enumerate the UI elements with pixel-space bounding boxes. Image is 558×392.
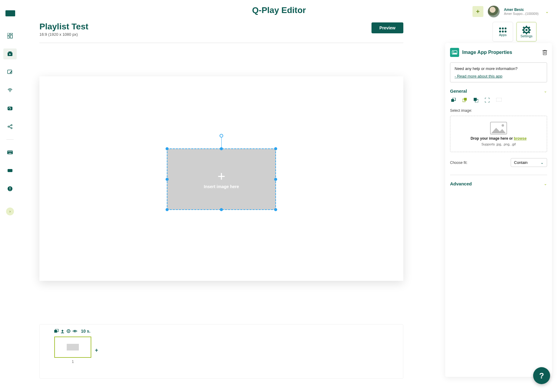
rotation-handle[interactable] bbox=[220, 134, 223, 138]
svg-point-35 bbox=[505, 28, 506, 29]
slide-thumbnail-1[interactable] bbox=[54, 337, 91, 358]
panel-divider bbox=[450, 175, 547, 175]
svg-rect-23 bbox=[8, 169, 12, 172]
svg-rect-20 bbox=[11, 151, 11, 152]
svg-line-14 bbox=[9, 125, 11, 126]
add-slide-button[interactable]: + bbox=[95, 347, 98, 354]
chevron-down-icon: ⌄ bbox=[544, 89, 547, 93]
duplicate-icon[interactable] bbox=[474, 98, 478, 102]
plus-icon: + bbox=[217, 170, 225, 183]
svg-rect-29 bbox=[61, 333, 64, 333]
image-placeholder-icon bbox=[490, 122, 507, 135]
svg-rect-18 bbox=[9, 151, 9, 152]
svg-rect-1 bbox=[10, 33, 12, 34]
timeline-duplicate-icon[interactable] bbox=[54, 329, 59, 333]
layer-back-icon[interactable] bbox=[451, 98, 456, 102]
dropzone-text: Drop your image here or browse bbox=[471, 136, 527, 141]
timeline-gear-icon[interactable] bbox=[66, 329, 71, 333]
svg-rect-64 bbox=[496, 98, 502, 101]
browse-link[interactable]: browse bbox=[514, 136, 526, 141]
resize-handle-tl[interactable] bbox=[166, 147, 169, 150]
section-advanced-title: Advanced bbox=[450, 181, 472, 186]
add-button[interactable]: + bbox=[472, 6, 483, 17]
svg-point-37 bbox=[502, 31, 504, 32]
resize-handle-bl[interactable] bbox=[166, 208, 169, 211]
app-title: Q-Play Editor bbox=[252, 5, 306, 15]
fit-label: Choose fit: bbox=[450, 161, 467, 165]
sidebar-expand[interactable]: › bbox=[6, 208, 14, 215]
svg-rect-17 bbox=[8, 151, 8, 152]
svg-rect-2 bbox=[10, 35, 12, 38]
tab-apps-label: Apps bbox=[499, 33, 506, 37]
layer-front-icon[interactable] bbox=[462, 98, 467, 102]
svg-point-32 bbox=[74, 331, 76, 332]
sidebar-media[interactable] bbox=[3, 48, 17, 59]
aspect-ratio-icon[interactable] bbox=[496, 98, 502, 102]
resize-handle-t[interactable] bbox=[220, 147, 223, 150]
slide-number: 1 bbox=[54, 360, 91, 364]
svg-rect-54 bbox=[544, 50, 546, 51]
page-subtitle: 16:9 (1920 x 1080 px) bbox=[39, 32, 88, 37]
fit-select[interactable]: Contain ⌄ bbox=[511, 158, 547, 167]
svg-rect-25 bbox=[10, 187, 10, 189]
sidebar-dashboard[interactable] bbox=[3, 30, 17, 41]
section-general[interactable]: General ⌄ bbox=[450, 88, 547, 94]
help-link[interactable]: - Read more about this app bbox=[455, 74, 503, 78]
image-dropzone[interactable]: Drop your image here or browse Supports … bbox=[450, 116, 547, 152]
properties-panel: Image App Properties Need any help or mo… bbox=[445, 43, 552, 377]
svg-rect-0 bbox=[7, 33, 9, 35]
sidebar-sync[interactable] bbox=[3, 103, 17, 114]
user-info[interactable]: Amer Besic Amer Suppo...(100009) bbox=[504, 8, 539, 15]
tab-settings[interactable]: Settings bbox=[516, 22, 537, 42]
rotation-line bbox=[221, 136, 222, 147]
svg-point-8 bbox=[9, 91, 10, 92]
svg-rect-9 bbox=[8, 107, 12, 110]
logo-block[interactable] bbox=[5, 10, 15, 16]
timeline-upload-icon[interactable] bbox=[60, 329, 65, 333]
svg-point-11 bbox=[11, 125, 12, 126]
sidebar-alert[interactable] bbox=[3, 183, 17, 194]
sidebar-share[interactable] bbox=[3, 121, 17, 132]
help-box: Need any help or more information? - Rea… bbox=[450, 62, 547, 82]
svg-rect-19 bbox=[10, 151, 10, 152]
svg-rect-21 bbox=[12, 151, 12, 152]
sidebar-wifi[interactable] bbox=[3, 85, 17, 96]
canvas[interactable]: + Insert image here bbox=[39, 76, 403, 281]
svg-rect-43 bbox=[522, 29, 524, 31]
timeline-eye-icon[interactable] bbox=[72, 329, 77, 333]
resize-handle-br[interactable] bbox=[274, 208, 277, 211]
section-advanced[interactable]: Advanced ⌄ bbox=[450, 181, 547, 186]
fullscreen-icon[interactable] bbox=[485, 98, 489, 102]
slide-mini-placeholder bbox=[67, 344, 79, 350]
delete-button[interactable] bbox=[543, 50, 547, 55]
sidebar-edit[interactable] bbox=[3, 67, 17, 78]
sidebar-keyboard[interactable] bbox=[3, 147, 17, 158]
avatar[interactable] bbox=[488, 5, 500, 18]
svg-rect-5 bbox=[8, 51, 12, 52]
dropzone-subtext: Supports .jpg, .png, .gif bbox=[481, 142, 516, 146]
help-fab[interactable]: ? bbox=[533, 367, 550, 384]
chevron-down-icon[interactable]: ⌄ bbox=[545, 9, 549, 14]
user-org: Amer Suppo...(100009) bbox=[504, 12, 539, 15]
tab-settings-label: Settings bbox=[520, 34, 533, 38]
section-general-title: General bbox=[450, 88, 467, 94]
svg-rect-16 bbox=[7, 151, 13, 154]
sidebar: › bbox=[0, 24, 20, 392]
chevron-down-icon: ⌄ bbox=[544, 181, 547, 186]
svg-point-13 bbox=[11, 128, 12, 129]
svg-point-33 bbox=[499, 28, 501, 29]
sidebar-label[interactable] bbox=[3, 165, 17, 176]
image-app-icon bbox=[450, 48, 459, 57]
resize-handle-l[interactable] bbox=[166, 178, 169, 181]
page-title: Playlist Test bbox=[39, 22, 88, 32]
preview-button[interactable]: Preview bbox=[371, 22, 403, 33]
tab-apps[interactable]: Apps bbox=[492, 22, 513, 42]
svg-point-31 bbox=[68, 331, 69, 332]
resize-handle-b[interactable] bbox=[220, 208, 223, 211]
chevron-down-icon: ⌄ bbox=[540, 160, 544, 165]
resize-handle-tr[interactable] bbox=[274, 147, 277, 150]
grid-icon bbox=[499, 27, 507, 33]
svg-line-15 bbox=[9, 127, 11, 128]
image-placeholder[interactable]: + Insert image here bbox=[167, 148, 276, 210]
resize-handle-r[interactable] bbox=[274, 178, 277, 181]
